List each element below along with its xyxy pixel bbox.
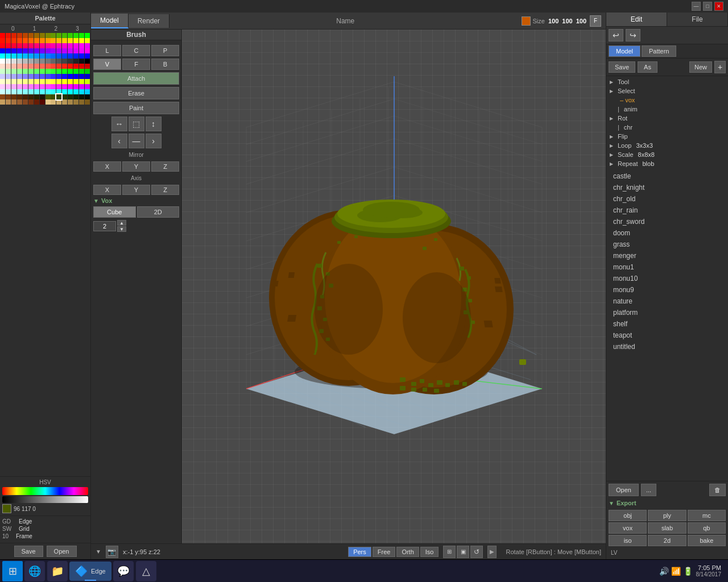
palette-cell-212[interactable] — [23, 99, 28, 105]
palette-cell-55[interactable] — [40, 48, 45, 53]
palette-cell-215[interactable] — [40, 99, 45, 105]
attach-btn[interactable]: Attach — [93, 72, 179, 85]
palette-cell-178[interactable] — [11, 89, 16, 94]
palette-cell-87[interactable] — [40, 59, 45, 64]
save-file-btn[interactable]: Save — [609, 61, 635, 73]
palette-cell-116[interactable] — [23, 69, 28, 74]
palette-cell-134[interactable] — [34, 74, 39, 79]
new-file-btn[interactable]: New — [689, 61, 712, 73]
palette-cell-43[interactable] — [62, 43, 67, 48]
viewport[interactable] — [182, 30, 606, 543]
palette-cell-161[interactable] — [6, 84, 11, 89]
palette-cell-202[interactable] — [56, 94, 61, 99]
palette-cell-214[interactable] — [34, 99, 39, 105]
palette-cell-181[interactable] — [28, 89, 34, 94]
palette-cell-174[interactable] — [79, 84, 84, 89]
palette-cell-88[interactable] — [46, 59, 51, 64]
palette-cell-49[interactable] — [6, 48, 11, 53]
export-ply-btn[interactable]: ply — [648, 510, 686, 521]
palette-cell-186[interactable] — [56, 89, 61, 94]
palette-cell-159[interactable] — [85, 79, 90, 84]
palette-cell-14[interactable] — [79, 33, 84, 38]
palette-save-btn[interactable]: Save — [14, 546, 43, 557]
vox-num-input[interactable] — [93, 221, 116, 231]
palette-cell-223[interactable] — [85, 99, 90, 105]
palette-cell-59[interactable] — [62, 48, 67, 53]
palette-cell-27[interactable] — [62, 38, 67, 43]
palette-cell-61[interactable] — [73, 48, 78, 53]
palette-cell-192[interactable] — [0, 94, 5, 99]
palette-open-btn[interactable]: Open — [47, 546, 77, 557]
palette-cell-6[interactable] — [34, 33, 39, 38]
palette-cell-21[interactable] — [28, 38, 34, 43]
tree-loop[interactable]: ▶ Loop 3x3x3 — [609, 141, 726, 150]
export-vox-btn[interactable]: vox — [609, 522, 647, 534]
palette-cell-195[interactable] — [17, 94, 22, 99]
palette-cell-193[interactable] — [6, 94, 11, 99]
palette-cell-152[interactable] — [46, 79, 51, 84]
palette-cell-98[interactable] — [11, 64, 16, 69]
palette-cell-213[interactable] — [28, 99, 34, 105]
export-slab-btn[interactable]: slab — [648, 522, 686, 534]
palette-cell-22[interactable] — [34, 38, 39, 43]
brush-f-btn[interactable]: F — [122, 59, 150, 70]
palette-cell-29[interactable] — [73, 38, 78, 43]
palette-cell-4[interactable] — [23, 33, 28, 38]
palette-cell-54[interactable] — [34, 48, 39, 53]
palette-cell-104[interactable] — [46, 64, 51, 69]
palette-cell-68[interactable] — [23, 53, 28, 59]
palette-cell-65[interactable] — [6, 53, 11, 59]
palette-cell-35[interactable] — [17, 43, 22, 48]
file-item-doom[interactable]: doom — [609, 227, 726, 239]
palette-cell-96[interactable] — [0, 64, 5, 69]
palette-cell-156[interactable] — [68, 79, 73, 84]
file-item-monu9[interactable]: monu9 — [609, 284, 726, 296]
palette-cell-41[interactable] — [51, 43, 56, 48]
palette-cell-48[interactable] — [0, 48, 5, 53]
move-icon[interactable]: ↔ — [111, 117, 127, 131]
reset-view-btn[interactable]: ↺ — [470, 546, 483, 558]
palette-cell-79[interactable] — [85, 53, 90, 59]
palette-cell-32[interactable] — [0, 43, 5, 48]
palette-cell-211[interactable] — [17, 99, 22, 105]
palette-cell-127[interactable] — [85, 69, 90, 74]
palette-cell-101[interactable] — [28, 64, 34, 69]
maximize-btn[interactable]: □ — [703, 2, 712, 11]
palette-cell-119[interactable] — [40, 69, 45, 74]
export-bake-btn[interactable]: bake — [688, 535, 726, 546]
taskbar-discord-icon[interactable]: 💬 — [113, 561, 134, 581]
palette-cell-8[interactable] — [46, 33, 51, 38]
redo-btn[interactable]: ↪ — [626, 29, 640, 41]
vox-inc-btn[interactable]: ▲ — [117, 220, 126, 226]
palette-cell-85[interactable] — [28, 59, 34, 64]
palette-cell-86[interactable] — [34, 59, 39, 64]
palette-cell-91[interactable] — [62, 59, 67, 64]
palette-cell-120[interactable] — [46, 69, 51, 74]
palette-cell-176[interactable] — [0, 89, 5, 94]
palette-cell-155[interactable] — [62, 79, 67, 84]
taskbar-folder-icon[interactable]: 📁 — [47, 561, 68, 581]
palette-cell-173[interactable] — [73, 84, 78, 89]
palette-cell-170[interactable] — [56, 84, 61, 89]
palette-cell-50[interactable] — [11, 48, 16, 53]
palette-cell-45[interactable] — [73, 43, 78, 48]
palette-cell-38[interactable] — [34, 43, 39, 48]
palette-cell-171[interactable] — [62, 84, 67, 89]
tree-rot[interactable]: ▶ Rot — [609, 114, 726, 123]
palette-cell-83[interactable] — [17, 59, 22, 64]
palette-cell-135[interactable] — [40, 74, 45, 79]
palette-cell-47[interactable] — [85, 43, 90, 48]
taskbar-unity-icon[interactable]: △ — [136, 561, 156, 581]
palette-cell-44[interactable] — [68, 43, 73, 48]
palette-cell-20[interactable] — [23, 38, 28, 43]
palette-cell-16[interactable] — [0, 38, 5, 43]
axis-x[interactable]: X — [93, 185, 121, 195]
palette-cell-114[interactable] — [11, 69, 16, 74]
palette-cell-75[interactable] — [62, 53, 67, 59]
palette-cell-82[interactable] — [11, 59, 16, 64]
palette-cell-13[interactable] — [73, 33, 78, 38]
palette-cell-69[interactable] — [28, 53, 34, 59]
palette-cell-221[interactable] — [73, 99, 78, 105]
palette-cell-19[interactable] — [17, 38, 22, 43]
palette-cell-196[interactable] — [23, 94, 28, 99]
